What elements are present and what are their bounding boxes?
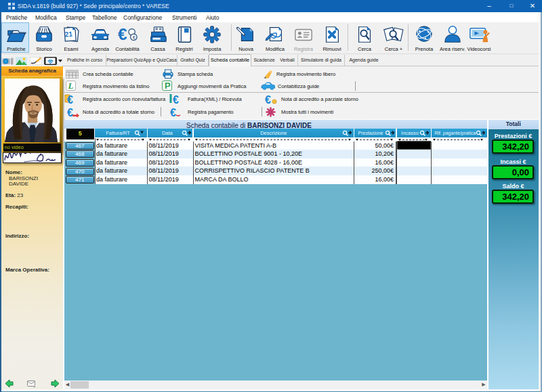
- svg-text:€: €: [170, 107, 176, 118]
- svg-text:€: €: [173, 94, 179, 105]
- svg-text:€: €: [265, 94, 271, 105]
- svg-text:€: €: [118, 25, 127, 43]
- svg-text:L: L: [68, 81, 74, 91]
- svg-text:€: €: [67, 94, 73, 105]
- svg-text:€: €: [67, 107, 73, 118]
- svg-text:21: 21: [64, 30, 72, 39]
- svg-text:P: P: [165, 81, 171, 91]
- svg-text:€: €: [133, 35, 136, 40]
